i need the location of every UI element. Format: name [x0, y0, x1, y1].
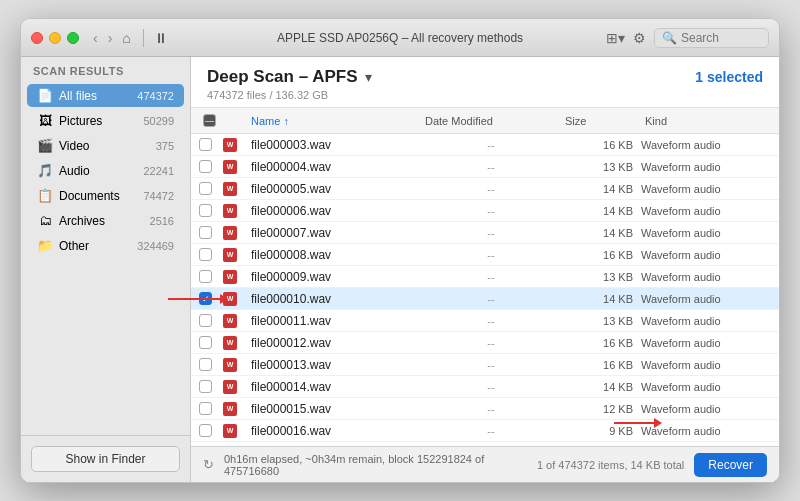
sidebar-item-other[interactable]: 📁 Other 324469 [27, 234, 184, 257]
row-checkbox[interactable] [199, 182, 212, 195]
file-size: 9 KB [561, 425, 641, 437]
back-button[interactable]: ‹ [89, 28, 102, 48]
sidebar-item-archives[interactable]: 🗂 Archives 2516 [27, 209, 184, 232]
file-name: file000012.wav [247, 336, 421, 350]
row-checkbox[interactable] [199, 248, 212, 261]
file-name: file000005.wav [247, 182, 421, 196]
file-icon: W [223, 160, 237, 174]
file-size: 13 KB [561, 161, 641, 173]
file-icon: W [223, 226, 237, 240]
row-checkbox[interactable] [199, 380, 212, 393]
file-date: -- [421, 381, 561, 393]
table-row: Wfile000007.wav--14 KBWaveform audio [191, 222, 779, 244]
titlebar-divider [143, 29, 144, 47]
table-body: Wfile000003.wav--16 KBWaveform audioWfil… [191, 134, 779, 446]
other-icon: 📁 [37, 238, 53, 253]
main-header: Deep Scan – APFS ▾ 1 selected 474372 fil… [191, 57, 779, 108]
row-checkbox[interactable] [199, 402, 212, 415]
sidebar-label-other: Other [59, 239, 131, 253]
sidebar-label-pictures: Pictures [59, 114, 137, 128]
col-header-date[interactable]: Date Modified [421, 113, 561, 129]
status-elapsed: 0h16m elapsed, ~0h34m remain, block 1522… [224, 453, 527, 477]
file-icon: W [223, 424, 237, 438]
row-checkbox[interactable] [199, 270, 212, 283]
col-header-kind[interactable]: Kind [641, 113, 771, 129]
file-size: 14 KB [561, 183, 641, 195]
sidebar-header: Scan results [21, 57, 190, 83]
sidebar-item-pictures[interactable]: 🖼 Pictures 50299 [27, 109, 184, 132]
sidebar-item-all-files[interactable]: 📄 All files 474372 [27, 84, 184, 107]
col-header-check: — [199, 112, 223, 129]
recover-button[interactable]: Recover [694, 453, 767, 477]
forward-button[interactable]: › [104, 28, 117, 48]
row-checkbox[interactable] [199, 424, 212, 437]
sidebar-count-other: 324469 [137, 240, 174, 252]
table-header: — Name ↑ Date Modified Size Kind [191, 108, 779, 134]
table-row: Wfile000006.wav--14 KBWaveform audio [191, 200, 779, 222]
view-grid-button[interactable]: ⊞▾ [606, 30, 625, 46]
table-row: Wfile000014.wav--14 KBWaveform audio [191, 376, 779, 398]
row-checkbox[interactable] [199, 138, 212, 151]
file-name: file000016.wav [247, 424, 421, 438]
sidebar-item-audio[interactable]: 🎵 Audio 22241 [27, 159, 184, 182]
file-icon: W [223, 182, 237, 196]
settings-button[interactable]: ⚙ [633, 30, 646, 46]
row-checkbox[interactable] [199, 204, 212, 217]
row-checkbox[interactable] [199, 314, 212, 327]
file-kind: Waveform audio [641, 403, 771, 415]
file-name: file000015.wav [247, 402, 421, 416]
file-icon: W [223, 138, 237, 152]
col-header-name[interactable]: Name ↑ [247, 113, 421, 129]
file-kind: Waveform audio [641, 249, 771, 261]
sidebar-item-documents[interactable]: 📋 Documents 74472 [27, 184, 184, 207]
status-icon: ↻ [203, 457, 214, 472]
file-kind: Waveform audio [641, 271, 771, 283]
file-size: 13 KB [561, 271, 641, 283]
audio-icon: 🎵 [37, 163, 53, 178]
sidebar-label-audio: Audio [59, 164, 137, 178]
file-size: 14 KB [561, 293, 641, 305]
file-size: 14 KB [561, 227, 641, 239]
row-checkbox[interactable] [199, 336, 212, 349]
scan-title-text: Deep Scan – APFS [207, 67, 358, 86]
row-checkbox[interactable] [199, 292, 212, 305]
pause-button[interactable]: ⏸ [150, 28, 172, 48]
file-date: -- [421, 315, 561, 327]
sidebar-count-audio: 22241 [143, 165, 174, 177]
search-box: 🔍 [654, 28, 769, 48]
scan-title-row: Deep Scan – APFS ▾ 1 selected [207, 67, 763, 87]
sidebar-item-video[interactable]: 🎬 Video 375 [27, 134, 184, 157]
file-kind: Waveform audio [641, 139, 771, 151]
file-kind: Waveform audio [641, 161, 771, 173]
file-name: file000011.wav [247, 314, 421, 328]
table-row: Wfile000013.wav--16 KBWaveform audio [191, 354, 779, 376]
file-kind: Waveform audio [641, 183, 771, 195]
file-size: 16 KB [561, 337, 641, 349]
row-checkbox[interactable] [199, 226, 212, 239]
row-checkbox[interactable] [199, 160, 212, 173]
file-icon: W [223, 314, 237, 328]
window-title: APPLE SSD AP0256Q – All recovery methods [277, 31, 523, 45]
col-header-icon [223, 119, 247, 123]
col-header-size[interactable]: Size [561, 113, 641, 129]
file-kind: Waveform audio [641, 381, 771, 393]
file-date: -- [421, 403, 561, 415]
maximize-button[interactable] [67, 32, 79, 44]
file-size: 16 KB [561, 249, 641, 261]
minimize-button[interactable] [49, 32, 61, 44]
file-date: -- [421, 227, 561, 239]
search-input[interactable] [681, 31, 761, 45]
video-icon: 🎬 [37, 138, 53, 153]
home-button[interactable]: ⌂ [116, 28, 136, 48]
traffic-lights [31, 32, 79, 44]
sidebar-label-documents: Documents [59, 189, 137, 203]
file-kind: Waveform audio [641, 425, 771, 437]
row-checkbox[interactable] [199, 358, 212, 371]
sidebar: Scan results 📄 All files 474372 🖼 Pictur… [21, 57, 191, 482]
close-button[interactable] [31, 32, 43, 44]
show-finder-button[interactable]: Show in Finder [31, 446, 180, 472]
file-date: -- [421, 337, 561, 349]
scan-title-dropdown-icon[interactable]: ▾ [365, 69, 372, 85]
sidebar-count-video: 375 [156, 140, 174, 152]
sidebar-bottom: Show in Finder [21, 435, 190, 482]
